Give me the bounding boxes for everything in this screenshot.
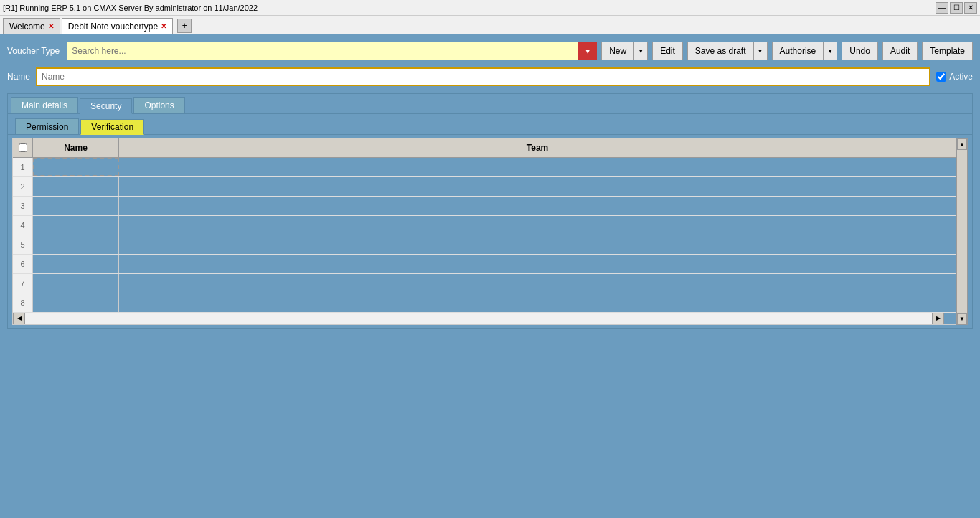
- table-row[interactable]: 6: [13, 255, 956, 274]
- table-row[interactable]: 3: [13, 197, 956, 216]
- search-container: ▼: [67, 42, 597, 60]
- title-bar: [R1] Running ERP 5.1 on CMAX Server By a…: [0, 0, 980, 16]
- add-tab-button[interactable]: +: [177, 19, 192, 33]
- row-team-cell[interactable]: [119, 255, 956, 273]
- tab-main-details-label: Main details: [22, 100, 67, 110]
- tab-welcome-close[interactable]: ✕: [48, 22, 54, 30]
- authorise-dropdown-button[interactable]: ▼: [824, 42, 837, 60]
- row-number: 5: [13, 235, 33, 254]
- active-label: Active: [949, 72, 973, 82]
- row-team-cell[interactable]: [119, 158, 956, 176]
- row-name-cell[interactable]: [33, 158, 119, 176]
- row-team-cell[interactable]: [119, 216, 956, 235]
- window-title: [R1] Running ERP 5.1 on CMAX Server By a…: [3, 4, 258, 12]
- sub-tab-verification[interactable]: Verification: [80, 119, 144, 135]
- toolbar: Voucher Type ▼ New ▼ Edit Save as draft …: [7, 42, 973, 60]
- scrollbar-thumb: [957, 150, 967, 313]
- sub-tabs-row: Permission Verification: [8, 114, 972, 135]
- tab-security[interactable]: Security: [80, 98, 132, 114]
- grid-header: Name Team: [13, 138, 956, 158]
- sub-tab-verification-label: Verification: [91, 122, 133, 132]
- row-number: 2: [13, 177, 33, 196]
- table-row[interactable]: 8: [13, 293, 956, 313]
- voucher-type-label: Voucher Type: [7, 46, 60, 56]
- row-name-cell[interactable]: [33, 293, 119, 312]
- row-name-cell[interactable]: [33, 255, 119, 273]
- row-team-cell[interactable]: [119, 293, 956, 312]
- tab-debit-note-close[interactable]: ✕: [161, 22, 166, 30]
- grid-col-name-header: Name: [33, 138, 119, 157]
- maximize-button[interactable]: ☐: [950, 2, 963, 14]
- save-as-draft-button-group: Save as draft ▼: [687, 42, 768, 60]
- row-name-cell[interactable]: [33, 197, 119, 215]
- window-controls[interactable]: — ☐ ✕: [936, 2, 977, 14]
- grid-wrapper: Name Team 1 2 3: [12, 138, 968, 325]
- main-content: Voucher Type ▼ New ▼ Edit Save as draft …: [0, 34, 980, 336]
- name-label: Name: [7, 72, 30, 82]
- undo-button[interactable]: Undo: [842, 42, 878, 60]
- grid-header-checkbox[interactable]: [13, 138, 33, 157]
- table-row[interactable]: 1: [13, 158, 956, 177]
- active-checkbox[interactable]: [936, 72, 946, 82]
- tab-welcome[interactable]: Welcome ✕: [3, 18, 60, 34]
- tab-welcome-label: Welcome: [9, 22, 45, 32]
- row-number: 3: [13, 197, 33, 215]
- scroll-left-button[interactable]: ◀: [14, 313, 25, 324]
- audit-button[interactable]: Audit: [882, 42, 918, 60]
- name-input[interactable]: [36, 67, 930, 86]
- form-tabs-row: Main details Security Options: [8, 94, 972, 114]
- row-number: 7: [13, 274, 33, 293]
- table-row[interactable]: 2: [13, 177, 956, 197]
- tab-debit-note-label: Debit Note vouchertype: [68, 22, 158, 32]
- grid-col-team-header: Team: [119, 138, 956, 157]
- search-dropdown-button[interactable]: ▼: [578, 42, 597, 60]
- sub-tab-permission-label: Permission: [26, 122, 68, 132]
- row-team-cell[interactable]: [119, 177, 956, 196]
- table-row[interactable]: 7: [13, 274, 956, 293]
- select-all-checkbox[interactable]: [19, 143, 27, 152]
- horizontal-scrollbar[interactable]: ◀ ▶: [13, 313, 944, 324]
- voucher-type-search-input[interactable]: [67, 42, 597, 60]
- row-number: 8: [13, 293, 33, 312]
- row-team-cell[interactable]: [119, 235, 956, 254]
- row-name-cell[interactable]: [33, 177, 119, 196]
- close-button[interactable]: ✕: [964, 2, 977, 14]
- row-number: 1: [13, 158, 33, 176]
- horizontal-scrollbar-track: [25, 313, 932, 324]
- name-row: Name Active: [7, 67, 973, 86]
- grid: Name Team 1 2 3: [12, 138, 956, 325]
- table-row[interactable]: 4: [13, 216, 956, 235]
- tab-options-label: Options: [144, 100, 174, 110]
- new-dropdown-button[interactable]: ▼: [634, 42, 647, 60]
- edit-button[interactable]: Edit: [652, 42, 683, 60]
- new-button[interactable]: New: [602, 42, 634, 60]
- tab-main-details[interactable]: Main details: [11, 97, 78, 113]
- vertical-scrollbar[interactable]: ▲ ▼: [956, 138, 968, 325]
- row-number: 6: [13, 255, 33, 273]
- row-name-cell[interactable]: [33, 216, 119, 235]
- row-team-cell[interactable]: [119, 274, 956, 293]
- save-as-draft-button[interactable]: Save as draft: [688, 42, 754, 60]
- tab-options[interactable]: Options: [133, 97, 184, 113]
- minimize-button[interactable]: —: [936, 2, 948, 14]
- scroll-right-button[interactable]: ▶: [932, 313, 943, 324]
- authorise-button[interactable]: Authorise: [773, 42, 824, 60]
- tab-security-label: Security: [90, 101, 121, 111]
- scroll-up-button[interactable]: ▲: [957, 138, 967, 150]
- active-container: Active: [936, 72, 973, 82]
- sub-tab-permission[interactable]: Permission: [15, 118, 79, 134]
- save-as-draft-dropdown-button[interactable]: ▼: [754, 42, 767, 60]
- row-name-cell[interactable]: [33, 274, 119, 293]
- tab-bar: Welcome ✕ Debit Note vouchertype ✕ +: [0, 16, 980, 34]
- table-row[interactable]: 5: [13, 235, 956, 255]
- form-panel: Main details Security Options Permission…: [7, 93, 973, 329]
- tab-debit-note[interactable]: Debit Note vouchertype ✕: [62, 18, 173, 34]
- row-number: 4: [13, 216, 33, 235]
- authorise-button-group: Authorise ▼: [772, 42, 838, 60]
- row-team-cell[interactable]: [119, 197, 956, 215]
- template-button[interactable]: Template: [922, 42, 973, 60]
- scroll-down-button[interactable]: ▼: [957, 313, 967, 324]
- new-button-group: New ▼: [601, 42, 648, 60]
- row-name-cell[interactable]: [33, 235, 119, 254]
- grid-body: 1 2 3 4: [13, 158, 956, 313]
